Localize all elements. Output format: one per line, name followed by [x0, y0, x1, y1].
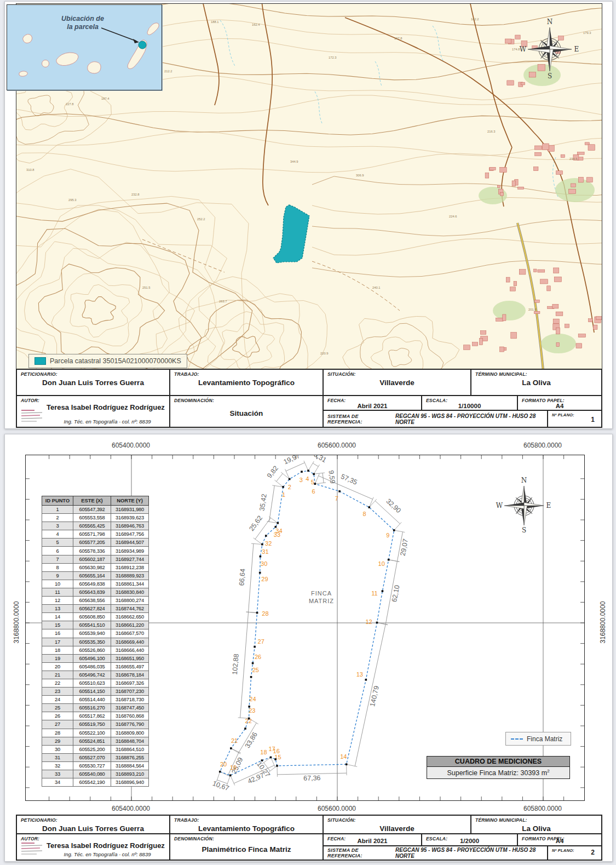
point-id-label: 24 [249, 696, 256, 702]
table-row: 18605526,8603168666,440 [42, 646, 149, 654]
table-row: 10605649,8383168861,344 [42, 580, 149, 588]
cell-norte: 3168744,762 [111, 605, 149, 613]
titleblock-trabajo: TRABAJO:Levantamiento Topográfico [170, 815, 323, 834]
plan-legend: Finca Matriz [505, 732, 571, 746]
elevation-label: 162.4 [252, 23, 260, 26]
titleblock-denominacion: DENOMINACIÓN:Planimétrico Finca Matriz [170, 834, 323, 860]
vertex-marker [229, 775, 232, 777]
cell-id: 10 [42, 580, 73, 588]
cell-norte: 3168760,868 [111, 712, 149, 720]
cell-id: 34 [42, 778, 73, 787]
vertex-marker [301, 471, 303, 473]
elevation-label: 174.8 [512, 48, 520, 51]
cell-id: 1 [42, 506, 73, 514]
table-row: 20605486,0353168655,497 [42, 662, 149, 671]
dimension-label: 29,07 [399, 538, 410, 556]
vertex-marker [307, 469, 309, 472]
point-id-label: 31 [262, 548, 268, 555]
cell-este: 605643,839 [73, 588, 111, 596]
vertex-marker [270, 757, 272, 759]
cell-este: 605638,556 [73, 597, 111, 605]
titleblock-escala: ESCALA:1/2000 [422, 834, 517, 846]
cell-este: 605608,850 [73, 613, 111, 621]
cell-este: 605522,100 [73, 729, 111, 737]
cell-norte: 3168944,507 [111, 539, 149, 547]
cell-norte: 3168651,950 [111, 654, 149, 662]
compass-s: S [548, 72, 552, 80]
elevation-label: 201.8 [528, 308, 537, 311]
point-id-label: 7 [335, 495, 338, 502]
cell-este: 605496,742 [73, 671, 111, 679]
dimension-label: 35,42 [258, 494, 268, 512]
cell-este: 605486,035 [73, 662, 111, 671]
cell-norte: 3168893,210 [111, 770, 149, 778]
elevation-label: 344.9 [290, 160, 298, 163]
titleblock-sistema: SISTEMA DE REFERENCIA: REGCAN 95 - WGS 8… [323, 410, 548, 427]
survey-document: 187.4172.3167.8162.4188.1182.2174.8179.3… [0, 0, 616, 865]
cell-id: 21 [42, 671, 73, 679]
cell-id: 16 [42, 629, 73, 638]
table-row: 2605553,5583168939,623 [42, 514, 149, 522]
point-id-label: 32 [265, 540, 272, 547]
cell-norte: 3168876,255 [111, 753, 149, 761]
point-id-label: 19 [230, 764, 237, 771]
vertex-marker [248, 706, 250, 708]
axis-label-top-2: 605600.0000 [318, 442, 356, 449]
table-row: 5605577,2053168944,507 [42, 539, 149, 547]
point-id-label: 3 [300, 477, 303, 483]
elevation-label: 306.9 [356, 174, 364, 177]
titleblock-sheet1: PETICIONARIO:Don Juan Luis Torres Guerra… [16, 369, 602, 428]
compass-e: E [546, 502, 551, 509]
compass-w: W [520, 45, 527, 53]
table-row: 3605565,4253168946,763 [42, 522, 149, 530]
inset-label: Ubicación de la parcela [39, 15, 126, 31]
dimension-label: 9,82 [266, 465, 280, 480]
vertex-marker [248, 718, 250, 720]
compass-e: E [574, 45, 579, 53]
cell-id: 8 [42, 563, 73, 571]
point-id-label: 11 [371, 590, 377, 597]
table-row: 4605571,7983168947,756 [42, 530, 149, 539]
axis-label-top-3: 605800.0000 [523, 442, 562, 449]
cell-id: 5 [42, 539, 73, 547]
point-id-label: 2 [288, 484, 291, 490]
titleblock-fecha: FECHA:Abril 2021 [323, 834, 422, 846]
cell-norte: 3168934,989 [111, 547, 149, 555]
cell-norte: 3168718,730 [111, 696, 149, 704]
dimension-label: 67,36 [303, 774, 321, 782]
point-id-label: 14 [340, 753, 347, 760]
dimension-label: 10,67 [211, 780, 230, 793]
titleblock-sheet2: PETICIONARIO:Don Juan Luis Torres Guerra… [16, 815, 602, 861]
point-id-label: 5 [311, 479, 314, 485]
elevation-label: 310.8 [26, 168, 34, 171]
vertex-marker [314, 483, 316, 485]
vertex-marker [265, 535, 267, 537]
vertex-marker [230, 747, 232, 749]
cell-este: 605565,425 [73, 522, 111, 530]
finca-matriz-label: FINCA MATRIZ [309, 589, 334, 605]
table-row: 6605578,3363168934,989 [42, 547, 149, 555]
vertex-marker [393, 529, 395, 531]
vertex-marker [244, 727, 246, 730]
map-legend: Parcela catastral 35015A021000070000KS [28, 354, 187, 368]
table-row: 14605608,8503168662,650 [42, 613, 149, 621]
cell-id: 32 [42, 761, 73, 770]
cell-norte: 3168939,623 [111, 514, 149, 522]
dashed-line-icon [511, 738, 523, 740]
table-row: 1605547,3923168931,980 [42, 506, 149, 514]
table-row: 22605510,6233168697,326 [42, 679, 149, 687]
cell-este: 605525,200 [73, 745, 111, 753]
table-row: 23605514,1503168707,230 [42, 688, 149, 696]
sheet-planimetrico: 605400.0000 605600.0000 605800.0000 6054… [4, 434, 613, 862]
point-id-label: 17 [268, 746, 275, 752]
cell-id: 6 [42, 547, 73, 555]
titleblock-situacion: SITUACIÓN:Villaverde [323, 369, 471, 396]
vertex-marker [259, 572, 261, 574]
compass-n: N [547, 18, 553, 26]
cuadro-superficie: Superficie Finca Matriz: 30393 m2 [427, 767, 569, 778]
table-row: 16605539,9403168667,570 [42, 629, 149, 638]
table-header: ESTE (X) [73, 496, 111, 506]
titleblock-nplano: Nº PLANO: 1 [548, 410, 602, 427]
cell-id: 20 [42, 662, 73, 671]
cell-este: 605517,862 [73, 712, 111, 720]
